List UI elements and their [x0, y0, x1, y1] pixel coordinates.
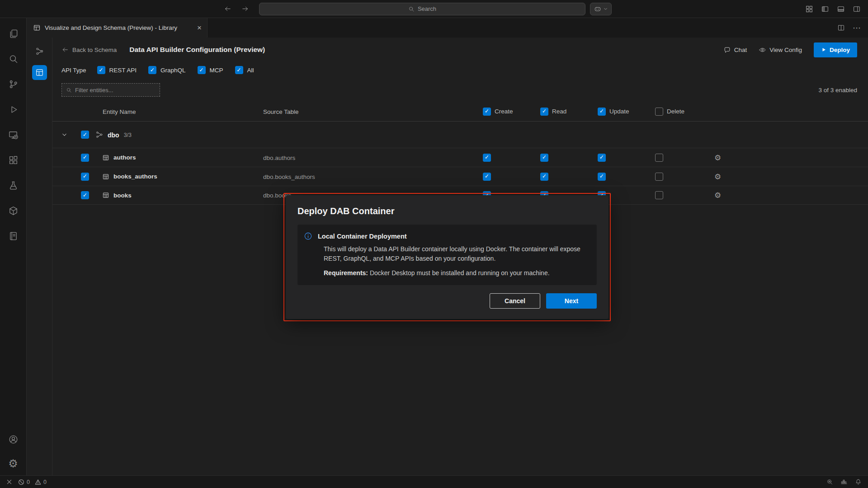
read-checkbox[interactable]	[540, 173, 548, 181]
chat-label: Chat	[734, 47, 747, 53]
toggle-primary-sidebar-icon[interactable]	[821, 5, 829, 13]
entity-settings-icon[interactable]: ⚙	[714, 173, 721, 180]
dab-config-view-icon[interactable]	[32, 65, 47, 80]
row-checkbox[interactable]	[81, 173, 89, 181]
filter-entities-input[interactable]	[75, 87, 156, 94]
table-entity-icon	[102, 154, 109, 161]
remote-indicator-icon[interactable]	[6, 479, 12, 485]
schema-hierarchy-icon	[95, 131, 103, 139]
toggle-panel-icon[interactable]	[837, 5, 845, 13]
col-delete: Delete	[667, 108, 684, 115]
cancel-button[interactable]: Cancel	[490, 293, 540, 309]
nav-forward-icon[interactable]	[241, 5, 249, 13]
copilot-menu-button[interactable]	[590, 3, 612, 15]
eye-icon	[759, 46, 766, 54]
tab-bar: Visualize and Design Schema (Preview) - …	[27, 18, 868, 38]
deploy-button[interactable]: Deploy	[814, 42, 857, 57]
delete-checkbox[interactable]	[655, 154, 663, 162]
titlebar: Search	[0, 0, 868, 18]
api-option-graphql: GraphQL	[148, 66, 186, 74]
delete-all-checkbox[interactable]	[655, 108, 663, 116]
toggle-secondary-sidebar-icon[interactable]	[853, 5, 861, 13]
update-checkbox[interactable]	[598, 173, 606, 181]
all-checkbox[interactable]	[235, 66, 243, 74]
col-create: Create	[495, 108, 513, 115]
enabled-summary: 3 of 3 enabled	[818, 87, 857, 94]
more-actions-icon[interactable]: ⋯	[853, 24, 861, 32]
api-option-mcp: MCP	[198, 66, 223, 74]
run-debug-icon[interactable]	[0, 97, 26, 122]
delete-checkbox[interactable]	[655, 173, 663, 181]
command-center-search[interactable]: Search	[259, 3, 585, 15]
customize-layout-icon[interactable]	[805, 5, 813, 13]
filter-entities-box[interactable]	[61, 83, 160, 97]
back-to-schema-link[interactable]: Back to Schema	[61, 46, 117, 53]
group-checkbox[interactable]	[81, 131, 89, 139]
status-bar: 0 0	[0, 475, 868, 488]
close-icon[interactable]: ×	[197, 24, 202, 32]
next-button[interactable]: Next	[546, 293, 597, 309]
entity-name: books_authors	[113, 173, 157, 180]
mcp-checkbox[interactable]	[198, 66, 206, 74]
row-checkbox[interactable]	[81, 154, 89, 162]
notebook-icon[interactable]	[0, 223, 26, 249]
notifications-bell-icon[interactable]	[855, 479, 862, 485]
table-row[interactable]: books_authors dbo.books_authors ⚙	[52, 167, 868, 186]
rest-api-label: REST API	[109, 67, 137, 74]
explorer-icon[interactable]	[0, 21, 26, 46]
read-checkbox[interactable]	[540, 154, 548, 162]
read-all-checkbox[interactable]	[540, 108, 548, 116]
table-row[interactable]: authors dbo.authors ⚙	[52, 148, 868, 167]
designer-mini-sidebar	[27, 38, 52, 475]
graphql-label: GraphQL	[160, 67, 186, 74]
rest-api-checkbox[interactable]	[97, 66, 105, 74]
warning-icon	[35, 479, 41, 485]
view-config-button[interactable]: View Config	[759, 46, 802, 54]
table-entity-icon	[102, 192, 109, 199]
tab-visualize-schema[interactable]: Visualize and Design Schema (Preview) - …	[27, 18, 208, 38]
search-view-icon[interactable]	[0, 46, 26, 71]
remote-explorer-icon[interactable]	[0, 122, 26, 147]
dialog-title: Deploy DAB Container	[297, 206, 597, 216]
info-title: Local Container Deployment	[318, 233, 407, 240]
create-checkbox[interactable]	[483, 154, 491, 162]
create-checkbox[interactable]	[483, 173, 491, 181]
nav-back-icon[interactable]	[224, 5, 231, 13]
col-update: Update	[609, 108, 629, 115]
source-control-icon[interactable]	[0, 71, 26, 97]
collapse-chevron-icon[interactable]	[61, 132, 67, 138]
accounts-icon[interactable]	[0, 427, 26, 452]
search-label: Search	[418, 5, 436, 12]
zoom-in-icon[interactable]	[826, 479, 833, 485]
titlebar-right	[612, 5, 868, 13]
package-icon[interactable]	[0, 198, 26, 223]
info-panel: Local Container Deployment This will dep…	[297, 225, 597, 285]
mcp-label: MCP	[210, 67, 223, 74]
all-label: All	[247, 67, 254, 74]
create-all-checkbox[interactable]	[483, 108, 491, 116]
search-icon	[408, 6, 415, 12]
testing-icon[interactable]	[0, 173, 26, 198]
update-checkbox[interactable]	[598, 154, 606, 162]
tab-title: Visualize and Design Schema (Preview) - …	[45, 24, 177, 31]
split-editor-icon[interactable]	[837, 24, 845, 32]
entity-settings-icon[interactable]: ⚙	[714, 154, 721, 161]
api-option-all: All	[235, 66, 254, 74]
delete-checkbox[interactable]	[655, 191, 663, 199]
info-body: This will deploy a Data API Builder cont…	[324, 244, 589, 263]
update-all-checkbox[interactable]	[598, 108, 606, 116]
chat-button[interactable]: Chat	[723, 46, 747, 54]
settings-gear-icon[interactable]: ⚙	[0, 452, 26, 475]
problems-indicator[interactable]: 0 0	[18, 479, 47, 485]
schema-view-icon[interactable]	[32, 44, 47, 59]
group-name: dbo	[108, 131, 119, 138]
schema-group-row[interactable]: dbo 3/3	[52, 122, 868, 148]
filter-row: 3 of 3 enabled	[52, 78, 868, 102]
graphql-checkbox[interactable]	[148, 66, 156, 74]
entity-name: authors	[113, 154, 136, 161]
requirements-text: Docker Desktop must be installed and run…	[368, 269, 550, 277]
docker-icon[interactable]	[840, 479, 848, 486]
entity-settings-icon[interactable]: ⚙	[714, 192, 721, 199]
row-checkbox[interactable]	[81, 191, 89, 199]
extensions-icon[interactable]	[0, 147, 26, 173]
